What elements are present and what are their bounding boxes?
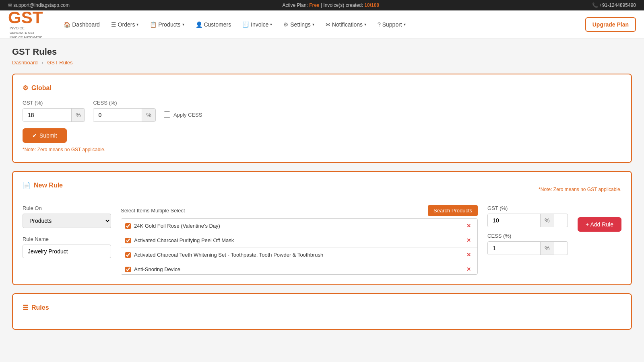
cess-label: CESS (%)	[93, 100, 155, 106]
gst-group: GST (%) 18 %	[23, 100, 85, 122]
submit-check-icon: ✔	[32, 132, 37, 139]
remove-product-4[interactable]: ✕	[464, 265, 473, 273]
new-rule-section: 📄 New Rule *Note: Zero means no GST appl…	[12, 171, 632, 285]
new-rule-gst-group: GST (%) %	[487, 205, 568, 227]
nav-notifications[interactable]: ✉ Notifications ▾	[321, 18, 371, 31]
cess-input[interactable]: 0	[93, 109, 142, 121]
cess-group: CESS (%) 0 %	[93, 100, 155, 122]
rule-on-group: Rule On Products Customers Category	[23, 205, 111, 228]
breadcrumb-home[interactable]: Dashboard	[12, 60, 38, 66]
nav-products[interactable]: 📋 Products ▾	[145, 18, 189, 31]
plan-info: Active Plan: Free | Invoice(s) created: …	[282, 2, 379, 8]
new-rule-note: *Note: Zero means no GST applicable.	[539, 187, 621, 192]
gst-input-wrapper: 18 %	[23, 108, 85, 122]
nav-customers[interactable]: 👤 Customers	[191, 18, 236, 31]
remove-product-2[interactable]: ✕	[464, 237, 473, 244]
list-item: 24K Gold Foil Rose (Valentine's Day) ✕	[121, 219, 477, 233]
new-rule-header: 📄 New Rule *Note: Zero means no GST appl…	[23, 181, 621, 197]
global-section: ⚙ Global GST (%) 18 % CESS (%) 0 % Apply	[12, 74, 632, 163]
apply-cess-checkbox[interactable]	[164, 111, 170, 118]
rule-name-input[interactable]: Jewelry Product	[23, 245, 111, 258]
product-name-4: Anti-Snoring Device	[134, 266, 180, 272]
rules-section: ☰ Rules	[12, 293, 632, 330]
gst-label: GST (%)	[23, 100, 85, 106]
support-email: ✉ support@indiagstapp.com	[8, 2, 70, 8]
new-rule-cess-group: CESS (%) %	[487, 233, 568, 255]
global-title: ⚙ Global	[23, 84, 621, 92]
products-col: Select Items Multiple Select Search Prod…	[121, 205, 478, 275]
rule-name-group: Rule Name Jewelry Product	[23, 236, 111, 258]
product-checkbox-3[interactable]	[125, 252, 131, 258]
logo-tagline: INVOICEGENERATE GSTINVOICE AUTOMATIC	[10, 26, 43, 39]
add-rule-button[interactable]: + Add Rule	[578, 217, 621, 232]
rule-on-label: Rule On	[23, 205, 111, 211]
global-icon: ⚙	[23, 84, 28, 92]
rule-left-col: Rule On Products Customers Category Rule…	[23, 205, 111, 258]
new-rule-icon: 📄	[23, 181, 31, 189]
logo-gst: GST	[8, 9, 43, 26]
product-checkbox-1[interactable]	[125, 223, 131, 229]
cess-percent-icon: %	[142, 109, 155, 121]
nav-settings[interactable]: ⚙ Settings ▾	[279, 18, 319, 31]
breadcrumb: Dashboard › GST Rules	[12, 60, 632, 66]
products-list[interactable]: 24K Gold Foil Rose (Valentine's Day) ✕ A…	[121, 218, 478, 275]
rules-icon: ☰	[23, 304, 28, 311]
product-name-1: 24K Gold Foil Rose (Valentine's Day)	[134, 223, 220, 229]
rule-name-label: Rule Name	[23, 236, 111, 242]
new-rule-gst-icon: %	[540, 214, 553, 227]
product-checkbox-4[interactable]	[125, 267, 131, 272]
products-header: Select Items Multiple Select Search Prod…	[121, 205, 478, 216]
nav-support[interactable]: ? Support ▾	[373, 18, 411, 31]
product-name-2: Activated Charcoal Purifying Peel Off Ma…	[134, 237, 234, 243]
cess-input-wrapper: 0 %	[93, 108, 155, 122]
list-item: Activated Charcoal Teeth Whitening Set -…	[121, 248, 477, 262]
phone-number: 📞 +91-1244895490	[592, 2, 636, 8]
nav-links: 🏠 Dashboard ☰ Orders ▾ 📋 Products ▾ 👤 Cu…	[59, 18, 585, 31]
nav-dashboard[interactable]: 🏠 Dashboard	[59, 18, 104, 31]
breadcrumb-current: GST Rules	[47, 60, 72, 66]
logo[interactable]: GST INVOICEGENERATE GSTINVOICE AUTOMATIC	[8, 9, 43, 39]
global-form-row: GST (%) 18 % CESS (%) 0 % Apply CESS	[23, 100, 621, 122]
rule-on-select[interactable]: Products Customers Category	[23, 214, 111, 228]
remove-product-3[interactable]: ✕	[464, 251, 473, 259]
global-note: *Note: Zero means no GST applicable.	[23, 147, 621, 152]
nav-invoice[interactable]: 🧾 Invoice ▾	[237, 18, 277, 31]
remove-product-1[interactable]: ✕	[464, 222, 473, 230]
gst-input[interactable]: 18	[23, 109, 71, 121]
new-rule-cess-input-wrapper: %	[487, 241, 568, 255]
list-item: Activated Charcoal Purifying Peel Off Ma…	[121, 233, 477, 248]
upgrade-plan-button[interactable]: Upgrade Plan	[585, 17, 636, 32]
rules-title: ☰ Rules	[23, 304, 621, 311]
new-rule-title: 📄 New Rule	[23, 181, 63, 189]
list-item: Anti-Snoring Device ✕	[121, 262, 477, 275]
new-rule-cess-input[interactable]	[488, 242, 540, 255]
new-rule-cess-icon: %	[540, 242, 553, 255]
gst-cess-col: GST (%) % CESS (%) %	[487, 205, 568, 255]
product-checkbox-2[interactable]	[125, 238, 131, 243]
product-name-3: Activated Charcoal Teeth Whitening Set -…	[134, 252, 323, 258]
nav-orders[interactable]: ☰ Orders ▾	[106, 18, 144, 31]
new-rule-gst-label: GST (%)	[487, 205, 568, 211]
navbar: GST INVOICEGENERATE GSTINVOICE AUTOMATIC…	[0, 10, 644, 39]
search-products-button[interactable]: Search Products	[428, 205, 478, 216]
new-rule-form: Rule On Products Customers Category Rule…	[23, 205, 621, 275]
gst-percent-icon: %	[71, 109, 85, 121]
new-rule-gst-input-wrapper: %	[487, 214, 568, 227]
add-rule-wrapper: + Add Rule	[578, 205, 621, 232]
page-title: GST Rules	[12, 47, 632, 57]
apply-cess-label: Apply CESS	[173, 112, 202, 118]
submit-button[interactable]: ✔ Submit	[23, 128, 67, 143]
new-rule-gst-input[interactable]	[488, 214, 540, 227]
apply-cess-group: Apply CESS	[164, 111, 202, 122]
top-bar: ✉ support@indiagstapp.com Active Plan: F…	[0, 0, 644, 10]
page-content: GST Rules Dashboard › GST Rules ⚙ Global…	[0, 39, 644, 346]
select-items-label: Select Items Multiple Select	[121, 208, 185, 214]
new-rule-cess-label: CESS (%)	[487, 233, 568, 239]
